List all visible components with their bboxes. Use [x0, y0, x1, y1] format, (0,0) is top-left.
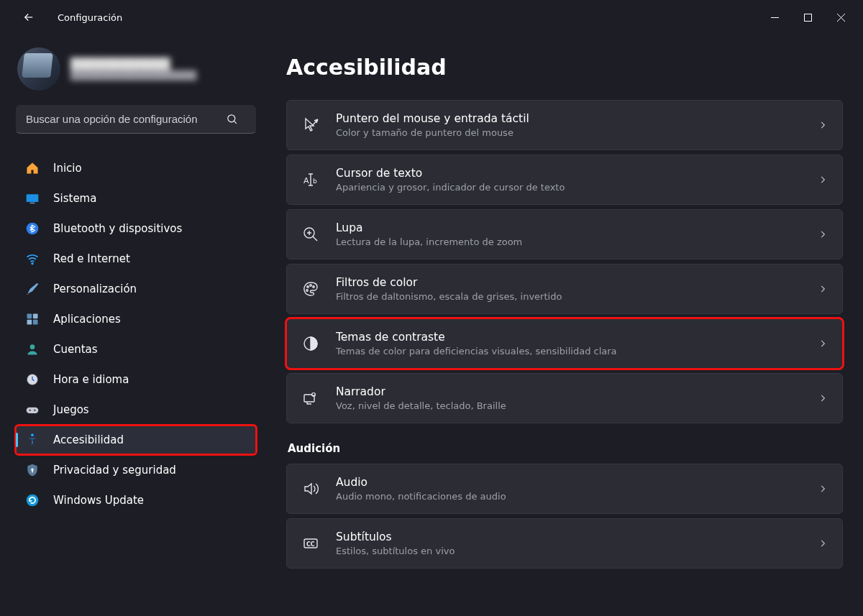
- sidebar-item-label: Privacidad y seguridad: [53, 464, 176, 477]
- svg-text:CC: CC: [306, 541, 315, 548]
- brush-icon: [24, 281, 40, 297]
- accessibility-icon: [24, 432, 40, 448]
- setting-magnifier[interactable]: Lupa Lectura de la lupa, incremento de z…: [286, 209, 843, 259]
- chevron-right-icon: [818, 229, 828, 239]
- sidebar-item-red[interactable]: Red e Internet: [16, 244, 256, 273]
- svg-text:b: b: [313, 178, 317, 185]
- svg-point-27: [306, 290, 308, 291]
- setting-contrast-themes[interactable]: Temas de contraste Temas de color para d…: [286, 318, 843, 369]
- games-icon: [24, 402, 40, 418]
- card-title: Subtítulos: [336, 530, 818, 545]
- sidebar-item-bluetooth[interactable]: Bluetooth y dispositivos: [16, 214, 256, 243]
- contrast-icon: [301, 334, 320, 353]
- profile-name: ████████████: [70, 58, 196, 70]
- sidebar-item-sistema[interactable]: Sistema: [16, 184, 256, 213]
- sidebar-item-label: Bluetooth y dispositivos: [53, 222, 182, 235]
- main-content: Accesibilidad Puntero del mouse y entrad…: [266, 35, 863, 616]
- sidebar-item-label: Windows Update: [53, 494, 144, 507]
- card-subtitle: Lectura de la lupa, incremento de zoom: [336, 236, 818, 249]
- sidebar-item-hora[interactable]: Hora e idioma: [16, 365, 256, 394]
- svg-rect-8: [33, 314, 38, 319]
- bluetooth-icon: [24, 221, 40, 236]
- text-cursor-icon: Ab: [301, 170, 320, 189]
- sidebar-item-label: Accesibilidad: [53, 433, 124, 446]
- section-heading-audicion: Audición: [288, 442, 843, 455]
- sidebar-item-label: Red e Internet: [53, 252, 130, 265]
- search-icon: [226, 113, 252, 125]
- setting-narrator[interactable]: Narrador Voz, nivel de detalle, teclado,…: [286, 373, 843, 423]
- setting-subtitles[interactable]: CC Subtítulos Estilos, subtítulos en viv…: [286, 518, 843, 569]
- chevron-right-icon: [818, 120, 828, 130]
- maximize-icon: [804, 14, 812, 22]
- svg-rect-4: [30, 203, 35, 203]
- svg-rect-1: [804, 14, 811, 21]
- svg-rect-14: [27, 408, 39, 413]
- setting-text-cursor[interactable]: Ab Cursor de texto Apariencia y grosor, …: [286, 155, 843, 205]
- captions-icon: CC: [301, 534, 320, 553]
- sidebar-item-update[interactable]: Windows Update: [16, 486, 256, 515]
- sidebar-item-personalizacion[interactable]: Personalización: [16, 275, 256, 303]
- svg-point-24: [307, 286, 309, 288]
- card-title: Audio: [336, 475, 818, 490]
- setting-color-filters[interactable]: Filtros de color Filtros de daltonismo, …: [286, 264, 843, 314]
- card-subtitle: Temas de color para deficiencias visuale…: [336, 345, 818, 358]
- sidebar-item-juegos[interactable]: Juegos: [16, 395, 256, 424]
- audio-icon: [301, 479, 320, 498]
- svg-rect-19: [32, 470, 33, 472]
- svg-point-11: [30, 344, 35, 349]
- arrow-left-icon: [22, 11, 35, 24]
- svg-rect-9: [27, 320, 32, 325]
- chevron-right-icon: [818, 284, 828, 294]
- privacy-icon: [24, 462, 40, 478]
- sidebar-item-label: Juegos: [53, 403, 89, 416]
- back-button[interactable]: [14, 3, 43, 32]
- card-title: Lupa: [336, 221, 818, 236]
- page-title: Accesibilidad: [286, 55, 843, 80]
- card-subtitle: Voz, nivel de detalle, teclado, Braille: [336, 400, 818, 413]
- magnifier-icon: [301, 225, 320, 244]
- search-box[interactable]: [16, 105, 256, 134]
- svg-point-15: [29, 410, 31, 412]
- card-subtitle: Estilos, subtítulos en vivo: [336, 545, 818, 558]
- wifi-icon: [24, 251, 40, 267]
- setting-audio[interactable]: Audio Audio mono, notificaciones de audi…: [286, 464, 843, 514]
- sidebar-item-inicio[interactable]: Inicio: [16, 154, 256, 183]
- apps-icon: [24, 311, 40, 327]
- svg-rect-0: [771, 17, 779, 18]
- profile-header[interactable]: ████████████ ███████████████████: [16, 47, 256, 91]
- profile-email: ███████████████████: [70, 70, 196, 81]
- close-button[interactable]: [824, 6, 857, 29]
- card-subtitle: Color y tamaño de puntero del mouse: [336, 127, 818, 139]
- titlebar: Configuración: [0, 0, 863, 35]
- chevron-right-icon: [818, 175, 828, 185]
- minimize-button[interactable]: [758, 6, 791, 29]
- sidebar-item-label: Personalización: [53, 282, 137, 295]
- svg-point-26: [313, 286, 314, 288]
- svg-rect-7: [27, 314, 32, 319]
- account-icon: [24, 341, 40, 357]
- card-title: Cursor de texto: [336, 166, 818, 181]
- narrator-icon: [301, 389, 320, 408]
- chevron-right-icon: [818, 484, 828, 494]
- chevron-right-icon: [818, 339, 828, 349]
- svg-point-2: [228, 115, 235, 122]
- system-icon: [24, 190, 40, 206]
- maximize-button[interactable]: [791, 6, 824, 29]
- svg-rect-10: [33, 320, 38, 325]
- sidebar-item-accesibilidad[interactable]: Accesibilidad: [16, 426, 256, 454]
- close-icon: [837, 14, 845, 22]
- sidebar-item-aplicaciones[interactable]: Aplicaciones: [16, 305, 256, 334]
- card-subtitle: Filtros de daltonismo, escala de grises,…: [336, 290, 818, 303]
- svg-point-25: [310, 285, 311, 286]
- sidebar-item-cuentas[interactable]: Cuentas: [16, 335, 256, 364]
- svg-point-20: [27, 495, 39, 507]
- setting-mouse-pointer[interactable]: Puntero del mouse y entrada táctil Color…: [286, 100, 843, 150]
- sidebar-item-privacidad[interactable]: Privacidad y seguridad: [16, 456, 256, 484]
- avatar: [17, 47, 60, 91]
- minimize-icon: [771, 14, 779, 22]
- sidebar-item-label: Cuentas: [53, 343, 98, 356]
- card-subtitle: Apariencia y grosor, indicador de cursor…: [336, 181, 818, 194]
- card-title: Puntero del mouse y entrada táctil: [336, 111, 818, 127]
- search-input[interactable]: [26, 113, 226, 125]
- svg-point-6: [32, 263, 33, 265]
